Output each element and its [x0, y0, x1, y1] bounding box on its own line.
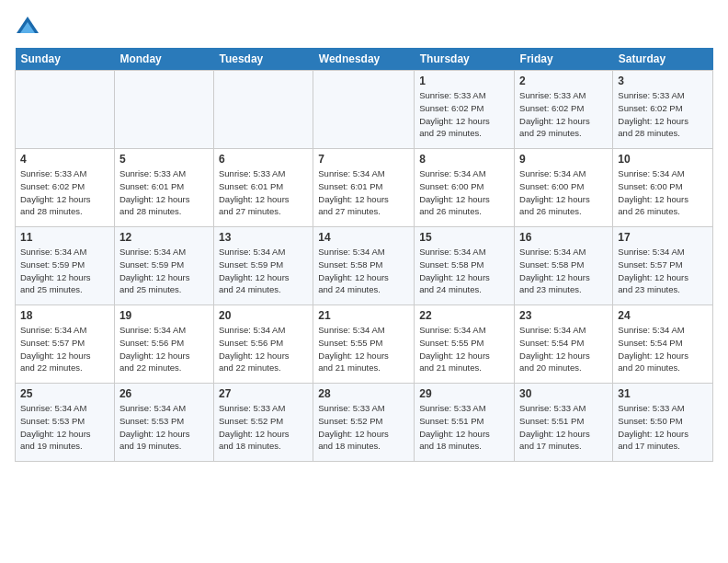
- day-number: 24: [618, 309, 708, 322]
- day-number: 3: [618, 75, 708, 87]
- calendar-cell: 8Sunrise: 5:34 AMSunset: 6:00 PMDaylight…: [415, 149, 515, 227]
- logo: [15, 15, 44, 40]
- day-number: 31: [618, 387, 708, 400]
- day-number: 26: [119, 387, 209, 400]
- day-info: Sunrise: 5:34 AMSunset: 6:00 PMDaylight:…: [419, 167, 509, 218]
- calendar-cell: 25Sunrise: 5:34 AMSunset: 5:53 PMDayligh…: [16, 384, 115, 462]
- day-number: 28: [318, 387, 409, 400]
- calendar-cell: 21Sunrise: 5:34 AMSunset: 5:55 PMDayligh…: [313, 305, 415, 384]
- calendar-cell: [114, 71, 213, 149]
- calendar-cell: 3Sunrise: 5:33 AMSunset: 6:02 PMDaylight…: [613, 71, 713, 149]
- day-info: Sunrise: 5:34 AMSunset: 5:54 PMDaylight:…: [519, 324, 608, 374]
- day-info: Sunrise: 5:33 AMSunset: 6:02 PMDaylight:…: [419, 89, 509, 140]
- calendar-cell: [213, 71, 313, 149]
- day-info: Sunrise: 5:33 AMSunset: 5:52 PMDaylight:…: [318, 402, 409, 453]
- calendar-cell: 27Sunrise: 5:33 AMSunset: 5:52 PMDayligh…: [213, 384, 313, 462]
- calendar-cell: 29Sunrise: 5:33 AMSunset: 5:51 PMDayligh…: [415, 384, 515, 462]
- day-number: 20: [219, 309, 308, 322]
- day-number: 2: [519, 75, 608, 87]
- day-info: Sunrise: 5:34 AMSunset: 5:59 PMDaylight:…: [119, 246, 209, 296]
- day-number: 16: [519, 231, 608, 244]
- day-info: Sunrise: 5:33 AMSunset: 6:02 PMDaylight:…: [20, 167, 109, 218]
- calendar-cell: 11Sunrise: 5:34 AMSunset: 5:59 PMDayligh…: [16, 227, 115, 305]
- day-info: Sunrise: 5:33 AMSunset: 6:01 PMDaylight:…: [219, 167, 308, 218]
- day-info: Sunrise: 5:34 AMSunset: 5:56 PMDaylight:…: [119, 324, 209, 374]
- day-info: Sunrise: 5:33 AMSunset: 5:51 PMDaylight:…: [519, 402, 608, 453]
- header-cell-wednesday: Wednesday: [313, 48, 415, 71]
- calendar-cell: 5Sunrise: 5:33 AMSunset: 6:01 PMDaylight…: [114, 149, 213, 227]
- day-number: 29: [419, 387, 509, 400]
- calendar-cell: 12Sunrise: 5:34 AMSunset: 5:59 PMDayligh…: [114, 227, 213, 305]
- day-info: Sunrise: 5:34 AMSunset: 5:59 PMDaylight:…: [20, 246, 109, 296]
- day-number: 15: [419, 231, 509, 244]
- day-info: Sunrise: 5:34 AMSunset: 5:53 PMDaylight:…: [20, 402, 109, 453]
- calendar-week-3: 11Sunrise: 5:34 AMSunset: 5:59 PMDayligh…: [16, 227, 713, 305]
- day-number: 11: [20, 231, 109, 244]
- day-info: Sunrise: 5:34 AMSunset: 6:01 PMDaylight:…: [318, 167, 409, 218]
- calendar-cell: 13Sunrise: 5:34 AMSunset: 5:59 PMDayligh…: [213, 227, 313, 305]
- day-info: Sunrise: 5:33 AMSunset: 6:02 PMDaylight:…: [519, 89, 608, 140]
- calendar-cell: 28Sunrise: 5:33 AMSunset: 5:52 PMDayligh…: [313, 384, 415, 462]
- day-number: 13: [219, 231, 308, 244]
- day-info: Sunrise: 5:34 AMSunset: 5:57 PMDaylight:…: [618, 246, 708, 296]
- day-number: 12: [119, 231, 209, 244]
- day-info: Sunrise: 5:34 AMSunset: 6:00 PMDaylight:…: [519, 167, 608, 218]
- calendar-cell: [313, 71, 415, 149]
- calendar-body: 1Sunrise: 5:33 AMSunset: 6:02 PMDaylight…: [16, 71, 713, 462]
- calendar-cell: 10Sunrise: 5:34 AMSunset: 6:00 PMDayligh…: [613, 149, 713, 227]
- calendar-week-2: 4Sunrise: 5:33 AMSunset: 6:02 PMDaylight…: [16, 149, 713, 227]
- calendar-cell: 9Sunrise: 5:34 AMSunset: 6:00 PMDaylight…: [515, 149, 613, 227]
- page-header: [15, 15, 713, 40]
- day-number: 6: [219, 153, 308, 166]
- day-info: Sunrise: 5:34 AMSunset: 5:55 PMDaylight:…: [318, 324, 409, 374]
- calendar-week-4: 18Sunrise: 5:34 AMSunset: 5:57 PMDayligh…: [16, 305, 713, 384]
- calendar-cell: 19Sunrise: 5:34 AMSunset: 5:56 PMDayligh…: [114, 305, 213, 384]
- calendar-cell: 31Sunrise: 5:33 AMSunset: 5:50 PMDayligh…: [613, 384, 713, 462]
- calendar-cell: 17Sunrise: 5:34 AMSunset: 5:57 PMDayligh…: [613, 227, 713, 305]
- day-number: 18: [20, 309, 109, 322]
- header-cell-friday: Friday: [515, 48, 613, 71]
- calendar-cell: 24Sunrise: 5:34 AMSunset: 5:54 PMDayligh…: [613, 305, 713, 384]
- day-number: 4: [20, 153, 109, 166]
- logo-icon: [15, 15, 40, 40]
- day-number: 17: [618, 231, 708, 244]
- day-number: 7: [318, 153, 409, 166]
- calendar-cell: 30Sunrise: 5:33 AMSunset: 5:51 PMDayligh…: [515, 384, 613, 462]
- calendar-week-5: 25Sunrise: 5:34 AMSunset: 5:53 PMDayligh…: [16, 384, 713, 462]
- day-number: 25: [20, 387, 109, 400]
- day-number: 21: [318, 309, 409, 322]
- day-number: 1: [419, 75, 509, 87]
- day-info: Sunrise: 5:34 AMSunset: 5:58 PMDaylight:…: [419, 246, 509, 296]
- calendar-cell: 14Sunrise: 5:34 AMSunset: 5:58 PMDayligh…: [313, 227, 415, 305]
- calendar-cell: 26Sunrise: 5:34 AMSunset: 5:53 PMDayligh…: [114, 384, 213, 462]
- day-info: Sunrise: 5:34 AMSunset: 5:54 PMDaylight:…: [618, 324, 708, 374]
- day-number: 22: [419, 309, 509, 322]
- calendar-cell: [16, 71, 115, 149]
- calendar-cell: 2Sunrise: 5:33 AMSunset: 6:02 PMDaylight…: [515, 71, 613, 149]
- calendar-cell: 16Sunrise: 5:34 AMSunset: 5:58 PMDayligh…: [515, 227, 613, 305]
- day-info: Sunrise: 5:33 AMSunset: 5:51 PMDaylight:…: [419, 402, 509, 453]
- calendar-cell: 22Sunrise: 5:34 AMSunset: 5:55 PMDayligh…: [415, 305, 515, 384]
- calendar-cell: 4Sunrise: 5:33 AMSunset: 6:02 PMDaylight…: [16, 149, 115, 227]
- day-info: Sunrise: 5:34 AMSunset: 5:56 PMDaylight:…: [219, 324, 308, 374]
- calendar-week-1: 1Sunrise: 5:33 AMSunset: 6:02 PMDaylight…: [16, 71, 713, 149]
- day-info: Sunrise: 5:34 AMSunset: 6:00 PMDaylight:…: [618, 167, 708, 218]
- day-number: 14: [318, 231, 409, 244]
- day-number: 30: [519, 387, 608, 400]
- calendar-cell: 1Sunrise: 5:33 AMSunset: 6:02 PMDaylight…: [415, 71, 515, 149]
- day-info: Sunrise: 5:34 AMSunset: 5:53 PMDaylight:…: [119, 402, 209, 453]
- header-cell-saturday: Saturday: [613, 48, 713, 71]
- day-info: Sunrise: 5:34 AMSunset: 5:55 PMDaylight:…: [419, 324, 509, 374]
- calendar-cell: 7Sunrise: 5:34 AMSunset: 6:01 PMDaylight…: [313, 149, 415, 227]
- header-cell-thursday: Thursday: [415, 48, 515, 71]
- day-number: 9: [519, 153, 608, 166]
- calendar-table: SundayMondayTuesdayWednesdayThursdayFrid…: [15, 48, 713, 462]
- day-number: 10: [618, 153, 708, 166]
- day-info: Sunrise: 5:33 AMSunset: 5:50 PMDaylight:…: [618, 402, 708, 453]
- header-cell-monday: Monday: [114, 48, 213, 71]
- day-number: 19: [119, 309, 209, 322]
- day-info: Sunrise: 5:34 AMSunset: 5:57 PMDaylight:…: [20, 324, 109, 374]
- header-cell-sunday: Sunday: [16, 48, 115, 71]
- day-info: Sunrise: 5:34 AMSunset: 5:58 PMDaylight:…: [318, 246, 409, 296]
- calendar-header: SundayMondayTuesdayWednesdayThursdayFrid…: [16, 48, 713, 71]
